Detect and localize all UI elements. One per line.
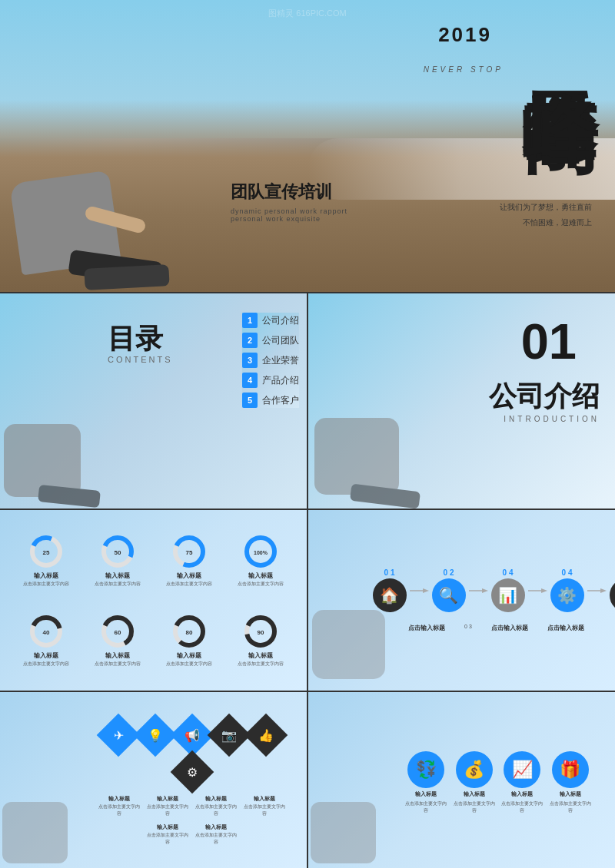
flow-labels-row: 点击输入标题 0 3 点击输入标题 点击输入标题 bbox=[408, 624, 607, 632]
bg-person-6 bbox=[0, 734, 100, 868]
money-item-1: 💱 输入标题 点击添加主要文字内容 bbox=[404, 751, 448, 814]
icon-search: 🔍 bbox=[432, 578, 466, 612]
diamond-label-1: 输入标题 点击添加主要文字内容 bbox=[98, 795, 141, 817]
money-sublabel-1: 点击添加主要文字内容 bbox=[404, 800, 448, 814]
menu-item-2: 2 公司团队 bbox=[242, 333, 299, 348]
money-label-4: 输入标题 bbox=[560, 790, 581, 798]
menu-label-3: 企业荣誉 bbox=[262, 354, 299, 367]
diamond-icon-5: 👍 bbox=[258, 727, 274, 742]
flow-arrow-4 bbox=[587, 587, 607, 595]
svg-marker-31 bbox=[600, 588, 607, 593]
d-label-5: 输入标题 bbox=[157, 823, 178, 831]
bg-person-7 bbox=[308, 734, 408, 868]
flow-label-4: 点击输入标题 bbox=[547, 624, 584, 632]
p3-body bbox=[314, 418, 399, 495]
menu-label-1: 公司介绍 bbox=[262, 314, 299, 327]
chart-label-1: 输入标题 bbox=[34, 571, 58, 580]
money-sublabel-4: 点击添加主要文字内容 bbox=[549, 800, 593, 814]
diamonds-row: ✈ 💡 📢 📷 bbox=[96, 720, 288, 787]
flow-num-label-03: 0 3 bbox=[464, 624, 472, 629]
charts-grid: 25 输入标题 点击添加主要文字内容 50 输入标题 点击添加主要文字内容 bbox=[8, 518, 299, 683]
icon-gear: ⚙️ bbox=[550, 578, 584, 612]
money-icons-grid: 💱 输入标题 点击添加主要文字内容 💰 输入标题 点击添加主要文字内容 📈 输入… bbox=[404, 751, 592, 814]
money-item-2: 💰 输入标题 点击添加主要文字内容 bbox=[453, 751, 497, 814]
money-sublabel-2: 点击添加主要文字内容 bbox=[453, 800, 497, 814]
money-icon-circle-2: 💰 bbox=[456, 751, 493, 788]
money-label-3: 输入标题 bbox=[511, 790, 533, 798]
flow-label-text-4: 点击输入标题 bbox=[547, 624, 584, 632]
money-icon-circle-1: 💱 bbox=[407, 751, 444, 788]
donut-svg-6: 60 bbox=[99, 613, 136, 650]
diamond-item-3: 📢 bbox=[177, 720, 208, 750]
d-label-2: 输入标题 bbox=[157, 795, 178, 803]
d-sublabel-3: 点击添加主要文字内容 bbox=[195, 803, 238, 817]
subtitle-chinese: 团队宣传培训 bbox=[231, 179, 347, 204]
svg-text:100%: 100% bbox=[254, 550, 268, 555]
flow-arrow-2 bbox=[469, 587, 488, 595]
right-motivation-text: 让我们为了梦想，勇往直前 不怕困难，迎难而上 bbox=[500, 200, 592, 230]
slide-money: 💱 输入标题 点击添加主要文字内容 💰 输入标题 点击添加主要文字内容 📈 输入… bbox=[308, 692, 615, 868]
svg-text:60: 60 bbox=[114, 629, 121, 636]
menu-num-5: 5 bbox=[242, 393, 258, 408]
diamond-item-5: 👍 bbox=[251, 720, 281, 750]
spacer-4 bbox=[584, 624, 603, 632]
money-icon-circle-4: 🎁 bbox=[552, 751, 589, 788]
flow-icon-03: 0 4 📊 bbox=[491, 568, 525, 612]
p5-body bbox=[312, 610, 385, 679]
diamond-label-5: 输入标题 点击添加主要文字内容 bbox=[147, 823, 189, 846]
menu-num-1: 1 bbox=[242, 313, 258, 328]
money-item-3: 📈 输入标题 点击添加主要文字内容 bbox=[500, 751, 544, 814]
d-label-6: 输入标题 bbox=[205, 823, 227, 831]
svg-marker-29 bbox=[541, 588, 547, 593]
donut-svg-1: 25 bbox=[28, 533, 65, 570]
chart-label-5: 输入标题 bbox=[34, 651, 58, 660]
diamond-label-3: 输入标题 点击添加主要文字内容 bbox=[195, 795, 238, 817]
chart-item-4: 100% 输入标题 点击添加主要文字内容 bbox=[227, 522, 295, 599]
diamond-item-1: ✈ bbox=[103, 720, 134, 750]
money-icon-circle-3: 📈 bbox=[504, 751, 540, 788]
chart-sublabel-6: 点击添加主要文字内容 bbox=[95, 661, 141, 668]
chart-item-2: 50 输入标题 点击添加主要文字内容 bbox=[83, 522, 151, 599]
bg-person-2 bbox=[0, 355, 115, 509]
main-grid: 2019 勇攀高峰 NEVER STOP 团队宣传培训 dynamic pers… bbox=[0, 0, 615, 868]
chart-sublabel-5: 点击添加主要文字内容 bbox=[23, 661, 69, 668]
intro-title-en: INTRODUCTION bbox=[504, 415, 600, 423]
svg-marker-27 bbox=[482, 588, 488, 593]
slide-flow: 0 1 🏠 0 2 🔍 0 4 📊 bbox=[308, 510, 615, 691]
subtitle-english2: personal work exquisite bbox=[231, 215, 347, 223]
diamond-label-4: 输入标题 点击添加主要文字内容 bbox=[244, 795, 286, 817]
menu-num-4: 4 bbox=[242, 373, 258, 388]
year-text: 2019 bbox=[438, 23, 492, 47]
bg-person-5 bbox=[308, 545, 424, 691]
menu-item-5: 5 合作客户 bbox=[242, 393, 299, 408]
flow-top-row: 0 1 🏠 0 2 🔍 0 4 📊 bbox=[408, 568, 607, 612]
chart-label-7: 输入标题 bbox=[177, 651, 201, 660]
svg-text:80: 80 bbox=[186, 629, 193, 636]
slide-diamonds: ✈ 💡 📢 📷 bbox=[0, 692, 307, 868]
menu-item-4: 4 产品介绍 bbox=[242, 373, 299, 388]
p6-body bbox=[2, 802, 68, 863]
subtitle-area: 团队宣传培训 dynamic personal work rapport per… bbox=[231, 179, 347, 223]
diamond-item-4: 📷 bbox=[214, 720, 244, 750]
donut-svg-8: 90 bbox=[242, 613, 279, 650]
d-label-1: 输入标题 bbox=[108, 795, 130, 803]
subtitle-english: dynamic personal work rapport bbox=[231, 207, 347, 215]
diamond-item-6: ⚙ bbox=[177, 757, 208, 787]
flow-num-03: 0 4 bbox=[503, 568, 514, 577]
bg-person-3 bbox=[308, 347, 439, 509]
chart-item-8: 90 输入标题 点击添加主要文字内容 bbox=[227, 602, 295, 680]
arrow-svg-4 bbox=[587, 587, 607, 595]
never-stop-text: NEVER STOP bbox=[424, 65, 504, 74]
slide-hero: 2019 勇攀高峰 NEVER STOP 团队宣传培训 dynamic pers… bbox=[0, 0, 615, 292]
spacer-1 bbox=[445, 624, 464, 632]
chart-label-4: 输入标题 bbox=[248, 571, 273, 580]
hero-person bbox=[15, 100, 200, 292]
menu-item-1: 1 公司介绍 bbox=[242, 313, 299, 328]
icon-trophy: 🏆 bbox=[610, 578, 616, 612]
p7-body bbox=[311, 802, 376, 863]
svg-text:40: 40 bbox=[42, 629, 49, 636]
cloud-layer bbox=[308, 138, 615, 200]
slide-intro: 01 公司介绍 INTRODUCTION bbox=[308, 293, 615, 509]
diamond-icon-2: 💡 bbox=[148, 727, 163, 742]
svg-text:75: 75 bbox=[186, 549, 193, 556]
